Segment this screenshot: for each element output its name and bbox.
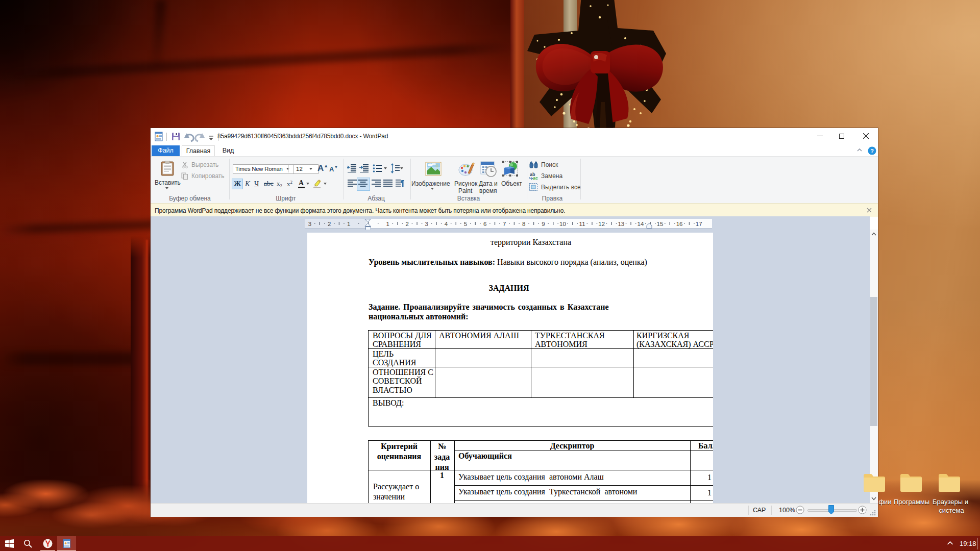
svg-text:17: 17 bbox=[696, 221, 702, 227]
svg-text:8: 8 bbox=[522, 221, 525, 227]
svg-text:4: 4 bbox=[445, 221, 448, 227]
svg-text:3: 3 bbox=[425, 221, 428, 227]
svg-text:11: 11 bbox=[579, 221, 585, 227]
svg-text:14: 14 bbox=[638, 221, 644, 227]
svg-text:ac: ac bbox=[533, 176, 538, 180]
svg-text:16: 16 bbox=[676, 221, 683, 227]
svg-text:6: 6 bbox=[483, 221, 486, 227]
svg-text:15: 15 bbox=[657, 221, 664, 227]
svg-text:13: 13 bbox=[618, 221, 624, 227]
svg-text:7: 7 bbox=[503, 221, 506, 227]
svg-text:3: 3 bbox=[308, 221, 311, 227]
svg-text:5: 5 bbox=[464, 221, 467, 227]
svg-text:1: 1 bbox=[347, 221, 350, 227]
svg-text:12: 12 bbox=[598, 221, 605, 227]
svg-text:1: 1 bbox=[386, 221, 389, 227]
svg-text:?: ? bbox=[870, 148, 874, 154]
svg-text:9: 9 bbox=[542, 221, 545, 227]
svg-text:2: 2 bbox=[328, 221, 331, 227]
svg-text:10: 10 bbox=[559, 221, 566, 227]
svg-text:2: 2 bbox=[405, 221, 408, 227]
